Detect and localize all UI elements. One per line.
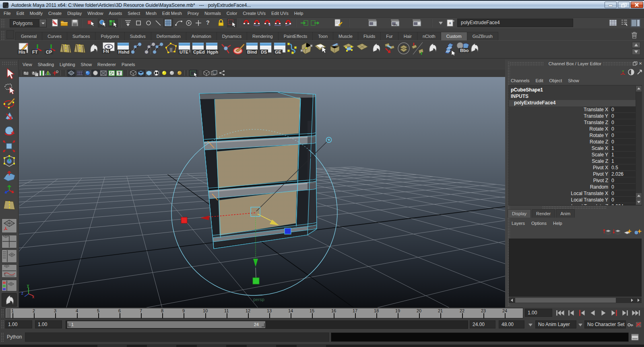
svg-text:T: T xyxy=(118,71,121,76)
svg-text:z: z xyxy=(21,291,23,295)
svg-text:persp: persp xyxy=(253,297,264,302)
svg-text:IPR: IPR xyxy=(393,24,398,26)
svg-text:y: y xyxy=(27,283,29,288)
svg-text:a: a xyxy=(449,21,451,25)
svg-text:x: x xyxy=(32,295,34,299)
